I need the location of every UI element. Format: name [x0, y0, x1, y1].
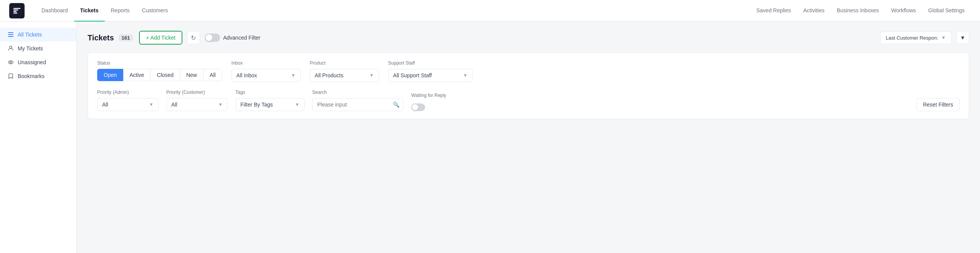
waiting-reply-filter-group: Waiting for Reply	[411, 93, 446, 111]
priority-customer-chevron-icon: ▼	[218, 102, 223, 107]
priority-admin-filter-group: Priority (Admin) All ▼	[97, 90, 159, 111]
svg-point-3	[10, 46, 12, 48]
product-filter-label: Product	[310, 60, 379, 66]
tags-chevron-icon: ▼	[295, 102, 300, 107]
user-icon	[8, 45, 14, 52]
bookmark-icon	[8, 73, 14, 79]
priority-customer-value: All	[171, 102, 177, 108]
add-ticket-button[interactable]: + Add Ticket	[139, 31, 182, 45]
priority-admin-chevron-icon: ▼	[149, 102, 154, 107]
priority-customer-dropdown[interactable]: All ▼	[166, 98, 228, 111]
tags-dropdown[interactable]: Filter By Tags ▼	[235, 98, 305, 111]
product-chevron-icon: ▼	[369, 73, 374, 78]
nav-saved-replies[interactable]: Saved Replies	[750, 0, 797, 22]
nav-workflows[interactable]: Workflows	[885, 0, 922, 22]
nav-activities[interactable]: Activities	[797, 0, 831, 22]
sidebar-my-tickets-label: My Tickets	[18, 45, 43, 52]
advanced-filter-toggle[interactable]	[205, 33, 220, 42]
sidebar-item-bookmarks[interactable]: Bookmarks	[0, 69, 76, 83]
inbox-chevron-icon: ▼	[291, 73, 296, 78]
inbox-filter-group: Inbox All Inbox ▼	[232, 60, 301, 82]
priority-admin-value: All	[102, 102, 108, 108]
status-tab-active[interactable]: Active	[123, 69, 151, 81]
sidebar-item-my-tickets[interactable]: My Tickets	[0, 42, 76, 55]
nav-customers[interactable]: Customers	[136, 0, 174, 22]
status-tab-closed[interactable]: Closed	[151, 69, 180, 81]
advanced-filter-toggle-container: Advanced Filter	[205, 33, 260, 42]
search-filter-group: Search 🔍	[312, 90, 404, 111]
reset-filters-button[interactable]: Reset Filters	[916, 98, 960, 111]
sidebar-all-tickets-label: All Tickets	[18, 32, 42, 38]
search-label: Search	[312, 90, 404, 95]
tags-label: Tags	[235, 90, 305, 95]
product-dropdown-value: All Products	[315, 72, 344, 78]
inbox-dropdown-value: All Inbox	[237, 72, 257, 78]
sort-dropdown-label: Last Customer Respon:	[886, 35, 939, 41]
status-tab-new[interactable]: New	[180, 69, 204, 81]
logo[interactable]	[9, 3, 25, 18]
svg-point-4	[8, 61, 13, 64]
ticket-count-badge: 161	[119, 34, 133, 42]
waiting-reply-label: Waiting for Reply	[411, 93, 446, 98]
refresh-icon: ↻	[191, 34, 196, 42]
nav-global-settings[interactable]: Global Settings	[922, 0, 971, 22]
eye-icon	[8, 59, 14, 65]
status-filter-group: Status Open Active Closed New All	[97, 60, 222, 81]
priority-admin-dropdown[interactable]: All ▼	[97, 98, 159, 111]
support-staff-filter-label: Support Staff	[388, 60, 473, 66]
sidebar: All Tickets My Tickets Unassigned	[0, 22, 77, 253]
sidebar-item-unassigned[interactable]: Unassigned	[0, 55, 76, 69]
search-input[interactable]	[313, 98, 389, 111]
nav-links: Dashboard Tickets Reports Customers	[35, 0, 750, 22]
search-button[interactable]: 🔍	[389, 98, 403, 111]
list-icon	[8, 32, 14, 38]
sidebar-unassigned-label: Unassigned	[18, 59, 46, 65]
product-filter-group: Product All Products ▼	[310, 60, 379, 82]
advanced-filter-label: Advanced Filter	[223, 35, 260, 41]
status-tab-open[interactable]: Open	[97, 69, 123, 81]
refresh-button[interactable]: ↻	[187, 31, 200, 44]
filters-section: Status Open Active Closed New All Inbox …	[88, 52, 969, 119]
svg-rect-1	[8, 34, 13, 35]
support-staff-dropdown-value: All Support Staff	[393, 72, 432, 78]
page-title: Tickets	[88, 33, 114, 42]
sort-dropdown-chevron: ▼	[941, 35, 946, 40]
filter-row-1: Status Open Active Closed New All Inbox …	[97, 60, 960, 82]
sort-dropdown[interactable]: Last Customer Respon: ▼	[880, 32, 952, 44]
support-staff-chevron-icon: ▼	[463, 73, 468, 78]
nav-reports[interactable]: Reports	[105, 0, 136, 22]
svg-rect-2	[8, 36, 13, 37]
inbox-filter-label: Inbox	[232, 60, 301, 66]
sidebar-bookmarks-label: Bookmarks	[18, 73, 45, 79]
sort-order-button[interactable]: ▼	[956, 31, 969, 44]
app-layout: All Tickets My Tickets Unassigned	[0, 22, 980, 253]
priority-customer-label: Priority (Customer)	[166, 90, 228, 95]
support-staff-dropdown[interactable]: All Support Staff ▼	[388, 69, 473, 82]
header-row: Tickets 161 + Add Ticket ↻ Advanced Filt…	[88, 31, 969, 45]
svg-rect-0	[8, 32, 13, 33]
top-navigation: Dashboard Tickets Reports Customers Save…	[0, 0, 980, 22]
status-filter-label: Status	[97, 60, 222, 66]
priority-admin-label: Priority (Admin)	[97, 90, 159, 95]
status-tab-all[interactable]: All	[204, 69, 222, 81]
product-dropdown[interactable]: All Products ▼	[310, 69, 379, 82]
main-content: Tickets 161 + Add Ticket ↻ Advanced Filt…	[77, 22, 980, 253]
nav-dashboard[interactable]: Dashboard	[35, 0, 74, 22]
support-staff-filter-group: Support Staff All Support Staff ▼	[388, 60, 473, 82]
filter-row-2: Priority (Admin) All ▼ Priority (Custome…	[97, 90, 960, 111]
status-tabs: Open Active Closed New All	[97, 69, 222, 81]
priority-customer-filter-group: Priority (Customer) All ▼	[166, 90, 228, 111]
inbox-dropdown[interactable]: All Inbox ▼	[232, 69, 301, 82]
search-container: 🔍	[312, 98, 404, 111]
svg-point-5	[10, 62, 12, 63]
waiting-reply-toggle[interactable]	[411, 103, 425, 111]
tags-dropdown-value: Filter By Tags	[240, 102, 273, 108]
search-icon: 🔍	[393, 102, 399, 108]
nav-tickets[interactable]: Tickets	[74, 0, 105, 22]
nav-business-inboxes[interactable]: Business Inboxes	[831, 0, 885, 22]
chevron-down-icon: ▼	[960, 35, 965, 41]
nav-right-links: Saved Replies Activities Business Inboxe…	[750, 0, 971, 22]
tags-filter-group: Tags Filter By Tags ▼	[235, 90, 305, 111]
reset-container: Reset Filters	[916, 98, 960, 111]
sidebar-item-all-tickets[interactable]: All Tickets	[0, 28, 76, 42]
